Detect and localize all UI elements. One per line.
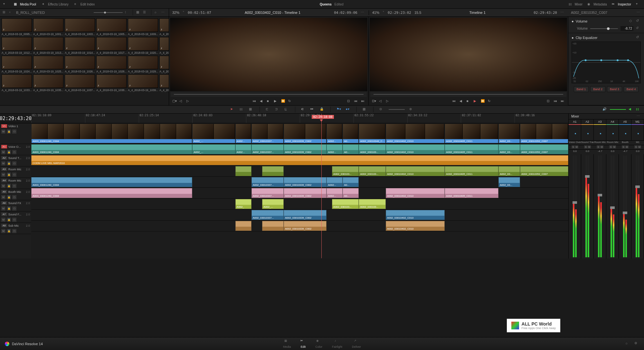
tab-effects-library[interactable]: ✦ Effects Library — [42, 2, 69, 6]
media-thumb[interactable]: ♪A_4_2018-03-19_1009... — [128, 18, 158, 36]
timeline-clip[interactable]: A002_03010339_C002 — [284, 177, 327, 187]
timeline-clip[interactable]: A002_03010405_C011 — [445, 144, 498, 154]
mute-button[interactable]: M — [1, 129, 5, 134]
timeline-clip[interactable]: A002_03010352_C007 — [520, 144, 568, 154]
track-row[interactable]: A002_03010339_C002A002_03010402_C010 — [31, 221, 568, 232]
timeline-clip[interactable]: A002_03... — [498, 177, 520, 187]
keyframe-icon[interactable]: ◇ — [629, 19, 634, 24]
timeline-clip[interactable]: A002_03010402_C010 — [386, 221, 445, 231]
media-thumb[interactable]: ♪A_4_2018-03-19_1017... — [96, 37, 127, 54]
volume-value[interactable]: -8.72 — [620, 26, 633, 31]
mute-button[interactable]: M — [638, 145, 641, 148]
insert-icon[interactable]: ⊏ — [266, 107, 270, 112]
source-scrubber[interactable] — [171, 92, 367, 97]
search-icon[interactable]: ⌕ — [155, 10, 159, 15]
next-frame-icon[interactable]: ⏩ — [281, 99, 285, 103]
curve-button[interactable]: ⬭ — [12, 206, 16, 211]
timeline-clip[interactable]: A002_03010339_C002 — [284, 221, 327, 231]
mark-in-icon[interactable]: ◁ — [179, 99, 183, 103]
mute-button[interactable]: M — [1, 206, 5, 211]
loop-icon[interactable]: ↻ — [288, 99, 292, 103]
goto-out-icon[interactable]: ⏭ — [561, 99, 565, 103]
timeline-clip[interactable] — [262, 221, 284, 231]
timeline-opts-icon[interactable]: ▦ — [363, 107, 367, 112]
pan-control[interactable] — [619, 125, 631, 140]
more-icon[interactable]: ⋯ — [560, 10, 565, 15]
next-frame-icon[interactable]: ⏩ — [481, 99, 485, 103]
media-thumb[interactable]: ♪A_4_2018-03-19_1035... — [33, 74, 63, 92]
page-tab-media[interactable]: ▦Media — [283, 339, 291, 348]
channel-meter[interactable] — [619, 154, 631, 259]
viewer-mode-icon[interactable]: ⊡▾ — [372, 99, 376, 103]
tab-inspector[interactable]: ✂ Inspector — [612, 2, 631, 6]
overwrite-icon[interactable]: ⊐ — [275, 107, 280, 112]
tab-mixer[interactable]: ⫿⫿ Mixer — [569, 2, 582, 6]
curve-button[interactable]: ⬭ — [12, 173, 16, 177]
media-thumb[interactable]: ♪A_4_2018-03-19_1039... — [128, 74, 158, 92]
track-row[interactable]: A003_03061240_C004A002_03010337...A002_0… — [31, 177, 568, 188]
media-thumb[interactable]: ♪A_4_2018-03-19_1028... — [96, 56, 127, 73]
mute-button[interactable]: M — [1, 229, 5, 233]
source-viewer[interactable] — [170, 18, 367, 91]
timeline-clip[interactable]: A002_03010402_C010 — [386, 124, 445, 143]
lock-button[interactable]: 🔒 — [7, 150, 11, 154]
mixer-channel-tab[interactable]: A4 — [606, 119, 619, 125]
mute-button[interactable]: M — [1, 161, 5, 166]
match-frame-icon[interactable]: ⊡ — [547, 99, 551, 103]
timeline-clip[interactable] — [235, 221, 251, 231]
meters-icon[interactable]: ⫿⫿ — [636, 107, 641, 112]
rec-zoom[interactable]: 41% — [372, 11, 379, 14]
filter-icon[interactable]: ⫶ — [125, 10, 129, 15]
mixer-channel-tab[interactable]: A2 — [581, 119, 594, 125]
home-icon[interactable]: ⌂ — [626, 341, 630, 346]
zoom-slider[interactable] — [389, 109, 405, 110]
channel-meter[interactable] — [581, 154, 594, 259]
lock-icon[interactable]: 🔒 — [320, 107, 325, 112]
track-header[interactable]: A3Room Mic2.0M🔒⬭ — [0, 166, 31, 178]
timeline-clip[interactable] — [262, 166, 284, 176]
mute-button[interactable]: M — [575, 145, 578, 148]
media-thumb[interactable]: ♪A_4_2018-03-19_1031... — [159, 56, 169, 73]
blade-tool-icon[interactable]: ▦ — [249, 107, 254, 112]
loop-icon[interactable]: ↻ — [488, 99, 492, 103]
mixer-channel-tab[interactable]: M1 — [631, 119, 644, 125]
reset-icon[interactable]: ↺ — [636, 26, 641, 31]
curve-button[interactable]: ⬭ — [12, 161, 16, 166]
curve-button[interactable]: ⬭ — [12, 229, 16, 233]
zoom-in-icon[interactable]: ⊕ — [409, 107, 414, 112]
zoom-out-icon[interactable]: ⊖ — [379, 107, 384, 112]
lock-button[interactable]: 🔒 — [7, 129, 11, 134]
mute-button[interactable]: M — [625, 145, 629, 148]
timeline-ruler[interactable]: 02:29:18:08 02:16:10:0902:18:47:2402:21:… — [31, 114, 568, 123]
lock-button[interactable]: 🔒 — [7, 161, 11, 166]
track-header[interactable]: A1Voice O...2.0M🔒⬭ — [0, 144, 31, 155]
more-icon[interactable]: ⋯ — [637, 10, 641, 15]
track-row[interactable]: CODM LIVE MEL MAR2016 — [31, 155, 568, 166]
timeline-clip[interactable]: A002_03010337... — [251, 144, 284, 154]
timeline-clip[interactable]: A002... — [327, 144, 343, 154]
lock-button[interactable]: 🔒 — [7, 173, 11, 177]
marker-icon[interactable]: ●▾ — [346, 107, 351, 112]
media-thumb[interactable]: ♪A_4_2018-03-19_1011... — [159, 18, 169, 36]
pan-control[interactable] — [606, 125, 619, 140]
timeline-clip[interactable]: A003_03061240_C004 — [31, 188, 192, 198]
curve-button[interactable]: ⬭ — [12, 195, 16, 199]
track-row[interactable]: A002_A002_...A002_030103...A002_030103..… — [31, 199, 568, 210]
track-header[interactable]: A5Booth Mic2.0M🔒⬭ — [0, 189, 31, 200]
media-thumb[interactable]: ♪A_4_2018-03-19_1029... — [128, 56, 158, 73]
mute-button[interactable]: M — [1, 218, 5, 222]
page-tab-edit[interactable]: ✂Edit — [300, 339, 306, 348]
timeline-clip[interactable]: A002_030103... — [359, 166, 385, 176]
media-thumb[interactable]: ♪A_4_2018-03-19_1040... — [159, 74, 169, 92]
media-thumb[interactable]: ♪A_4_2018-03-19_1003... — [65, 18, 95, 36]
reset-icon[interactable]: ↺ — [636, 35, 641, 40]
media-thumb[interactable]: ♪A_4_2018-03-19_1005... — [96, 18, 127, 36]
timeline-clip[interactable]: A002_030103... — [359, 199, 385, 209]
mute-button[interactable]: M — [1, 184, 5, 188]
fader[interactable] — [573, 201, 577, 204]
link-icon[interactable]: ⚯ — [310, 107, 315, 112]
timeline-clip[interactable]: A0... — [343, 188, 359, 198]
play-icon[interactable]: ▶ — [474, 99, 478, 103]
track-selector[interactable]: A8 — [1, 224, 7, 227]
timeline-clip[interactable]: A002_030103... — [332, 166, 359, 176]
